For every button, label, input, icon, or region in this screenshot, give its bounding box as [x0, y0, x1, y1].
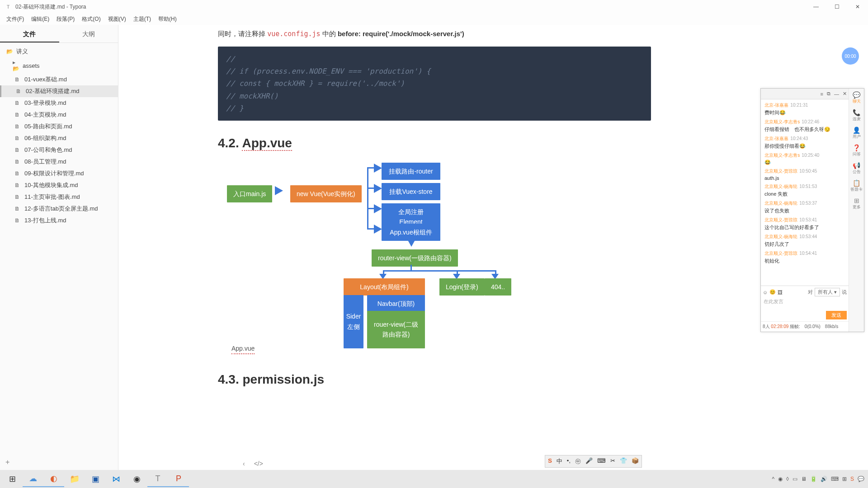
chat-tab[interactable]: ⊞更多 — [853, 197, 861, 210]
tab-outline[interactable]: 大纲 — [59, 25, 118, 42]
ime-btn[interactable]: ✂ — [609, 456, 617, 466]
chat-input[interactable]: 在此发言 — [763, 297, 847, 311]
tree-folder-root[interactable]: 📂讲义 — [0, 46, 118, 57]
close-button[interactable]: ✕ — [847, 0, 868, 14]
tray-icon[interactable]: ▭ — [793, 476, 797, 482]
task-app1[interactable]: ☁ — [23, 471, 43, 487]
ime-btn[interactable]: 中 — [555, 456, 564, 466]
ime-btn[interactable]: 📦 — [630, 456, 641, 466]
tree-file[interactable]: 🗎07-公司和角色.md — [0, 144, 118, 156]
chat-tab[interactable]: 📋答题卡 — [850, 179, 863, 192]
folder-icon: 📂 — [6, 48, 14, 55]
task-typora[interactable]: T — [147, 471, 168, 487]
add-file-button[interactable]: + — [0, 455, 118, 470]
chat-message: 北京顺义-贾琼琼10:53:41这个比自己写的好看多了 — [764, 217, 845, 231]
tray-keyboard-icon[interactable]: ⌨ — [831, 476, 839, 482]
chat-messages[interactable]: 北京-张嘉嘉10:21:31费时间😂北京顺义-李志青s10:22:46仔细看报错… — [761, 99, 849, 286]
arrow-icon — [374, 225, 382, 234]
chat-close-icon[interactable]: ✕ — [843, 91, 847, 97]
emoji-icon[interactable]: ☺ — [763, 290, 768, 295]
menubar: 文件(F) 编辑(E) 段落(P) 格式(O) 视图(V) 主题(T) 帮助(H… — [0, 14, 868, 25]
node-router: 挂载路由-router — [382, 163, 440, 180]
chat-tab[interactable]: 👤用户 — [853, 127, 861, 140]
tree-file[interactable]: 🗎06-组织架构.md — [0, 132, 118, 144]
tree-file[interactable]: 🗎04-主页模块.md — [0, 109, 118, 121]
tray-icon[interactable]: ◊ — [786, 476, 789, 482]
chat-message: 北京顺义-杨海轮10:53:37设了也失败 — [764, 200, 845, 214]
image-icon[interactable]: 🖼 — [778, 290, 783, 295]
task-explorer[interactable]: 📁 — [64, 471, 85, 487]
menu-help[interactable]: 帮助(H) — [155, 14, 180, 24]
task-powerpoint[interactable]: P — [168, 471, 189, 487]
ime-btn[interactable]: 🎤 — [584, 456, 594, 466]
tray-battery-icon[interactable]: 🔋 — [810, 476, 817, 482]
maximize-button[interactable]: ☐ — [826, 0, 847, 14]
tree-file[interactable]: 🗎05-路由和页面.md — [0, 121, 118, 132]
taskbar: ⊞ ☁ ◐ 📁 ▣ ⋈ ◉ T P ^ ◉ ◊ ▭ 🖥 🔋 🔊 ⌨ ⊞ S 💬 — [0, 470, 868, 488]
tree-file[interactable]: 🗎13-打包上线.md — [0, 215, 118, 226]
task-chrome[interactable]: ◉ — [127, 471, 147, 487]
tray-icon[interactable]: 🖥 — [801, 476, 807, 482]
tree-file[interactable]: 🗎02-基础环境搭建.md — [0, 85, 118, 97]
connector — [383, 270, 496, 272]
menu-theme[interactable]: 主题(T) — [130, 14, 155, 24]
task-app2[interactable]: ◐ — [43, 471, 64, 487]
chat-status: 8人 02:28:09 频帧: 0(0.0%) 88kb/s — [761, 321, 849, 332]
tray-icon[interactable]: S — [850, 476, 854, 482]
chat-tab[interactable]: 📞连麦 — [853, 109, 861, 122]
back-button[interactable]: ‹ — [243, 460, 245, 467]
ime-btn[interactable]: ㊥ — [573, 456, 583, 466]
file-icon: 🗎 — [14, 217, 22, 224]
tree-file[interactable]: 🗎11-主页审批-图表.md — [0, 191, 118, 203]
file-icon: 🗎 — [14, 206, 22, 212]
menu-view[interactable]: 视图(V) — [104, 14, 130, 24]
node-layout: Layout(布局组件) — [344, 278, 425, 296]
chat-send-button[interactable]: 发送 — [826, 311, 847, 319]
tree-file[interactable]: 🗎12-多语言tab页全屏主题.md — [0, 203, 118, 215]
tray-icon[interactable]: ◉ — [778, 476, 783, 482]
chat-min-icon[interactable]: — — [834, 91, 839, 97]
menu-file[interactable]: 文件(F) — [3, 14, 28, 24]
tree-file[interactable]: 🗎03-登录模块.md — [0, 97, 118, 109]
tree-file[interactable]: 🗎08-员工管理.md — [0, 156, 118, 168]
chat-tab[interactable]: ❓问答 — [853, 144, 861, 157]
node-main: 入口main.js — [227, 185, 272, 202]
ime-logo-icon[interactable]: S — [546, 456, 554, 466]
arrow-icon — [407, 239, 416, 247]
tab-files[interactable]: 文件 — [0, 25, 59, 42]
tray-notif-icon[interactable]: 💬 — [858, 476, 864, 482]
heading-appvue: 4.2. App.vue — [218, 133, 651, 154]
sidebar: 文件 大纲 📂讲义 ▸ 📂assets 🗎01-vuex基础.md🗎02-基础环… — [0, 25, 118, 470]
timer-badge[interactable]: 00:00 — [842, 47, 859, 65]
arrow-icon — [374, 204, 382, 213]
tree-file[interactable]: 🗎09-权限设计和管理.md — [0, 168, 118, 179]
ime-btn[interactable]: 👕 — [618, 456, 629, 466]
menu-format[interactable]: 格式(O) — [78, 14, 104, 24]
tree-file[interactable]: 🗎10-其他模块集成.md — [0, 179, 118, 191]
tree-file[interactable]: 🗎01-vuex基础.md — [0, 74, 118, 85]
tray-icon[interactable]: ⊞ — [842, 476, 847, 482]
chat-tab[interactable]: 📢公告 — [853, 162, 861, 175]
chat-message: 北京-张嘉嘉10:24:43那你慢慢仔细看😂 — [764, 136, 845, 150]
emoji2-icon[interactable]: 😊 — [769, 289, 776, 295]
task-vscode[interactable]: ⋈ — [106, 471, 127, 487]
chat-pop-icon[interactable]: ⧉ — [827, 91, 830, 97]
minimize-button[interactable]: — — [806, 0, 826, 14]
task-powershell[interactable]: ▣ — [85, 471, 106, 487]
chat-tab[interactable]: 💬聊天 — [853, 91, 861, 104]
tray-volume-icon[interactable]: 🔊 — [821, 476, 827, 482]
ime-btn[interactable]: ⌨ — [595, 456, 608, 466]
chat-to-select[interactable]: 所有人 ▾ — [815, 288, 840, 296]
tray-up-icon[interactable]: ^ — [772, 476, 774, 482]
node-login: Login(登录) — [439, 278, 485, 296]
ime-toolbar[interactable]: S 中 •, ㊥ 🎤 ⌨ ✂ 👕 📦 — [545, 455, 642, 468]
menu-edit[interactable]: 编辑(E) — [28, 14, 53, 24]
node-newvue: new Vue(Vue实例化) — [290, 185, 362, 202]
code-mode-button[interactable]: </> — [254, 460, 263, 467]
tree-folder-assets[interactable]: ▸ 📂assets — [0, 57, 118, 74]
menu-paragraph[interactable]: 段落(P) — [53, 14, 78, 24]
chat-menu-icon[interactable]: ≡ — [821, 91, 823, 97]
ime-btn[interactable]: •, — [565, 456, 572, 466]
start-button[interactable]: ⊞ — [2, 471, 23, 487]
code-block[interactable]: // // if (process.env.NODE_ENV === 'prod… — [218, 47, 651, 121]
